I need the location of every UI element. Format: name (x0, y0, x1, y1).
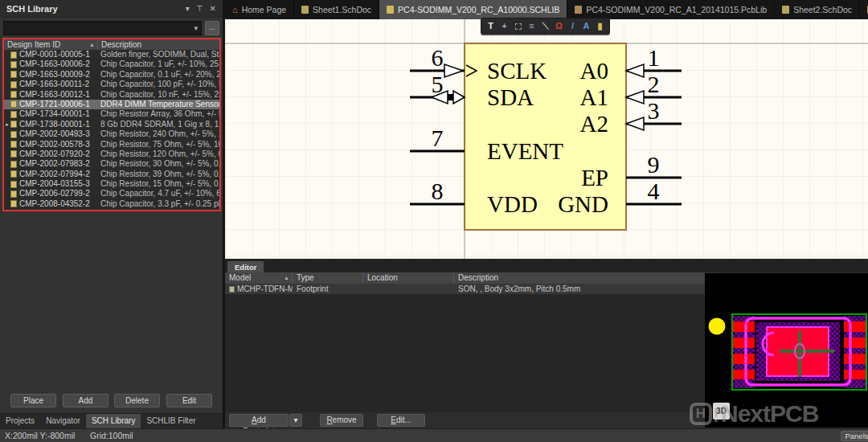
component-id: CMP-2002-07983-2 (19, 159, 96, 169)
column-design-item-id[interactable]: Design Item ID ▲ (4, 39, 98, 50)
component-icon (10, 190, 17, 198)
add-footprint-dropdown-caret[interactable]: ▾ (289, 414, 302, 427)
add-button[interactable]: Add (63, 394, 108, 407)
doc-tab-home-page[interactable]: ⌂Home Page (225, 0, 294, 19)
component-id: CMP-2002-00578-3 (19, 140, 96, 149)
panel-pin-icon[interactable]: ⊤ (196, 4, 203, 13)
doc-tab-sheet2-schdoc[interactable]: Sheet2.SchDoc (775, 0, 860, 19)
crosshair-icon[interactable]: + (497, 18, 511, 33)
component-icon (10, 71, 17, 78)
panel-close-icon[interactable]: ✕ (210, 4, 216, 13)
text-icon[interactable]: A (579, 18, 593, 33)
panel-tab-sch-library[interactable]: SCH Library (86, 414, 141, 428)
library-component-row[interactable]: CMP-2002-07920-2Chip Resistor, 120 Ohm, … (4, 149, 219, 159)
expander-spacer (4, 50, 10, 59)
rectangle-icon[interactable]: ▮ (593, 18, 607, 33)
library-component-row[interactable]: CMP-2002-00493-3Chip Resistor, 240 Ohm, … (4, 129, 219, 139)
library-component-row[interactable]: CMP-2006-02799-2Chip Capacitor, 4.7 uF, … (4, 189, 219, 198)
library-component-row[interactable]: CMP-1663-00012-1Chip Capacitor, 10 nF, +… (4, 90, 219, 100)
component-icon (10, 181, 17, 188)
column-description[interactable]: Description (98, 39, 219, 50)
component-icon (10, 100, 17, 108)
library-component-row[interactable]: CMP-1734-00001-1Chip Resistor Array, 36 … (4, 109, 219, 119)
component-id: CMP-2004-03155-3 (19, 179, 96, 189)
component-description: Chip Resistor, 120 Ohm, +/- 5%, 0.063 W (96, 149, 219, 159)
library-component-row[interactable]: CMP-2002-07983-2Chip Resistor, 30 Ohm, +… (4, 159, 219, 169)
doc-tab-sheet3-schdoc[interactable]: Sheet3.SchDoc (860, 0, 868, 19)
footprint-preview[interactable]: 3D (705, 273, 868, 428)
library-component-row[interactable]: CMP-2002-00578-3Chip Resistor, 75 Ohm, +… (4, 140, 219, 149)
column-description[interactable]: Description (454, 272, 705, 284)
pin-number: 3 (648, 97, 660, 124)
model-description-cell: SON, , Body 3x2mm, Pitch 0.5mm (454, 284, 705, 294)
doc-tab-sheet1-schdoc[interactable]: Sheet1.SchDoc (294, 0, 379, 19)
library-component-row[interactable]: CMP-1721-00006-1DDR4 DIMM Temperature Se… (4, 100, 219, 109)
component-icon (10, 91, 17, 98)
panel-tab-projects[interactable]: Projects (0, 414, 40, 428)
schematic-drawing: 6SCLK5SDA7EVENT8VDD1A02A13A29EP4GND (225, 19, 868, 259)
add-footprint-button[interactable]: Add Footprint (229, 414, 289, 427)
component-list: Design Item ID ▲ Description CMP-0001-00… (2, 38, 221, 211)
line-icon[interactable]: / (566, 18, 579, 33)
combo-caret-icon[interactable]: ▾ (194, 24, 199, 32)
library-component-row[interactable]: CMP-2002-07994-2Chip Resistor, 39 Ohm, +… (4, 170, 219, 179)
pcblib-icon (575, 6, 582, 14)
doc-tab-pc4-sodimm-v200-rc-a10000-schlib[interactable]: PC4-SODIMM_V200_RC_A10000.SCHLIB (379, 0, 567, 19)
panel-tab-schlib-filter[interactable]: SCHLIB Filter (141, 414, 201, 428)
component-description: Chip Resistor, 75 Ohm, +/- 5%, 100 mW, (96, 140, 219, 149)
expander-icon[interactable]: ▸ (4, 120, 10, 129)
selection-icon[interactable] (511, 18, 525, 33)
model-row[interactable]: MCHP-TDFN-MNY8_VFootprintSON, , Body 3x2… (225, 284, 705, 294)
library-component-row[interactable]: CMP-2004-03155-3Chip Resistor, 15 Ohm, +… (4, 179, 219, 189)
active-toolbar: T+≡⟍Ω/A▮ (481, 18, 610, 34)
grid-readout: Grid:100mil (90, 429, 133, 442)
remove-button[interactable]: Remove (320, 414, 363, 427)
component-description: 8 Gb DDR4 SDRAM, 1 Gig x 8, 1.2 V, 0 to (96, 120, 219, 129)
document-tabbar: ⌂Home PageSheet1.SchDocPC4-SODIMM_V200_R… (225, 0, 868, 19)
component-id: CMP-1734-00001-1 (19, 109, 96, 119)
component-description: Chip Resistor, 39 Ohm, +/- 5%, 0.063 W, (96, 170, 219, 179)
doc-tab-pc4-sodimm-v200-rc-a1-20141015-pcblib[interactable]: PC4-SODIMM_V200_RC_A1_20141015.PcbLib (567, 0, 775, 19)
place-button[interactable]: Place (10, 394, 56, 407)
library-component-row[interactable]: CMP-0001-00005-1Golden finger, SODIMM, D… (4, 50, 219, 59)
browse-button[interactable]: ... (205, 21, 219, 35)
column-model[interactable]: Model ▲ (225, 272, 293, 284)
component-id: CMP-2008-04352-2 (19, 199, 96, 209)
align-icon[interactable]: ≡ (525, 18, 538, 33)
component-icon (10, 51, 17, 59)
library-component-row[interactable]: CMP-1663-00011-2Chip Capacitor, 100 pF, … (4, 80, 219, 89)
panel-menu-chevron-icon[interactable]: ▾ (186, 4, 190, 13)
view-3d-button[interactable]: 3D (713, 403, 730, 419)
panel-tab-navigator[interactable]: Navigator (40, 414, 86, 428)
column-type[interactable]: Type (293, 272, 363, 284)
probe-icon[interactable]: Ω (552, 18, 566, 33)
doc-tab-label: Home Page (242, 5, 286, 14)
home-icon: ⌂ (232, 6, 238, 14)
sort-ascending-icon: ▲ (89, 39, 95, 50)
pin-icon[interactable]: ⟍ (538, 18, 552, 33)
filter-icon[interactable]: T (484, 18, 497, 33)
expander-spacer (4, 109, 10, 119)
pin-number: 9 (648, 151, 660, 178)
library-component-row[interactable]: CMP-1663-00006-2Chip Capacitor, 1 uF, +/… (4, 59, 219, 69)
expander-spacer (4, 159, 10, 169)
panels-button[interactable]: Panels (841, 431, 868, 441)
column-location[interactable]: Location (363, 272, 454, 284)
edit-button[interactable]: Edit (166, 394, 212, 407)
library-component-row[interactable]: CMP-1663-00009-2Chip Capacitor, 0.1 uF, … (4, 70, 219, 80)
library-filter-row: ▾ ... (3, 21, 219, 35)
library-component-row[interactable]: CMP-2008-04352-2Chip Capacitor, 3.3 pF, … (4, 199, 219, 209)
component-id: CMP-0001-00005-1 (19, 50, 96, 59)
selection-box-glyph (515, 23, 522, 30)
component-description: Chip Resistor, 15 Ohm, +/- 5%, 0.05 W, -… (96, 179, 219, 189)
library-component-row[interactable]: ▸CMP-1738-00001-18 Gb DDR4 SDRAM, 1 Gig … (4, 120, 219, 129)
panel-title: SCH Library (6, 4, 179, 14)
pin-name: SDA (487, 84, 534, 110)
delete-button[interactable]: Delete (114, 394, 160, 407)
editor-panel: Editor Model ▲ Type Location Description… (225, 259, 868, 428)
schematic-canvas[interactable]: 6SCLK5SDA7EVENT8VDD1A02A13A29EP4GND T+≡⟍… (225, 19, 868, 259)
library-filter-combobox[interactable]: ▾ (3, 21, 202, 35)
edit-button[interactable]: Edit... (377, 414, 425, 427)
component-description: Chip Capacitor, 3.3 pF, +/- 0.25 pF, 50 … (96, 199, 219, 209)
expander-spacer (4, 140, 10, 149)
